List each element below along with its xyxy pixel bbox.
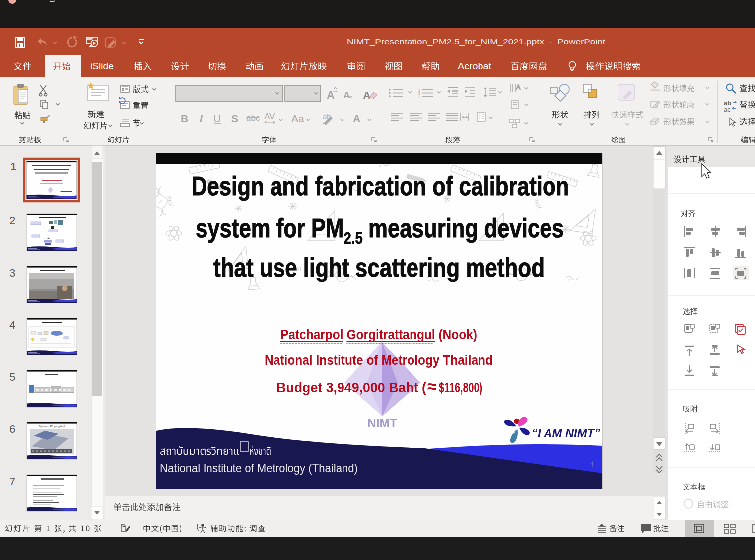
svg-text:Patcharpol Gorgitrattangul (No: Patcharpol Gorgitrattangul (Nook) — [280, 327, 477, 342]
svg-text:5: 5 — [9, 371, 15, 383]
svg-text:7: 7 — [9, 475, 15, 488]
svg-text:S: S — [231, 113, 238, 124]
svg-text:3: 3 — [9, 267, 15, 279]
svg-text:6: 6 — [9, 423, 15, 435]
svg-text:System 3D (angled): System 3D (angled) — [38, 425, 65, 428]
svg-text:iSlide: iSlide — [90, 61, 114, 71]
svg-text:Design and fabrication of cali: Design and fabrication of calibration — [192, 171, 569, 201]
svg-text:A: A — [343, 90, 350, 100]
svg-text:3: 3 — [418, 95, 420, 99]
svg-text:that use light scattering meth: that use light scattering method — [213, 252, 545, 282]
svg-text:Budget 3,949,000 Baht (: Budget 3,949,000 Baht ( — [276, 380, 426, 395]
svg-text:A: A — [327, 89, 335, 101]
svg-text:National Institute of Metrolog: National Institute of Metrology Thailand — [265, 353, 493, 368]
svg-text:1: 1 — [10, 160, 16, 173]
svg-text:2.5: 2.5 — [344, 228, 363, 247]
svg-text:B: B — [181, 113, 188, 124]
svg-text:ac: ac — [724, 106, 731, 113]
svg-text:A: A — [363, 89, 371, 102]
svg-text:measuring devices: measuring devices — [368, 213, 564, 243]
svg-text:“I AM NIMT”: “I AM NIMT” — [532, 427, 601, 440]
svg-text:National Institute of Metrolog: National Institute of Metrology (Thailan… — [160, 461, 358, 475]
svg-text:NIMT_Presentation_PM2.5_for_NI: NIMT_Presentation_PM2.5_for_NIM_2021.ppt… — [347, 37, 606, 46]
svg-text:system for PM: system for PM — [196, 213, 344, 243]
svg-text:NIMT: NIMT — [367, 416, 397, 430]
svg-text:AV: AV — [264, 112, 275, 121]
svg-text:≈: ≈ — [427, 377, 437, 396]
svg-text:Aa: Aa — [291, 113, 304, 124]
svg-text:A: A — [516, 84, 520, 91]
svg-text:$116,800): $116,800) — [439, 380, 482, 395]
svg-text:A: A — [353, 113, 360, 124]
svg-text:U: U — [213, 113, 221, 124]
svg-text:2: 2 — [9, 214, 15, 227]
svg-text:4: 4 — [9, 319, 15, 331]
svg-text:Acrobat: Acrobat — [458, 61, 491, 71]
svg-text:1: 1 — [591, 461, 595, 469]
